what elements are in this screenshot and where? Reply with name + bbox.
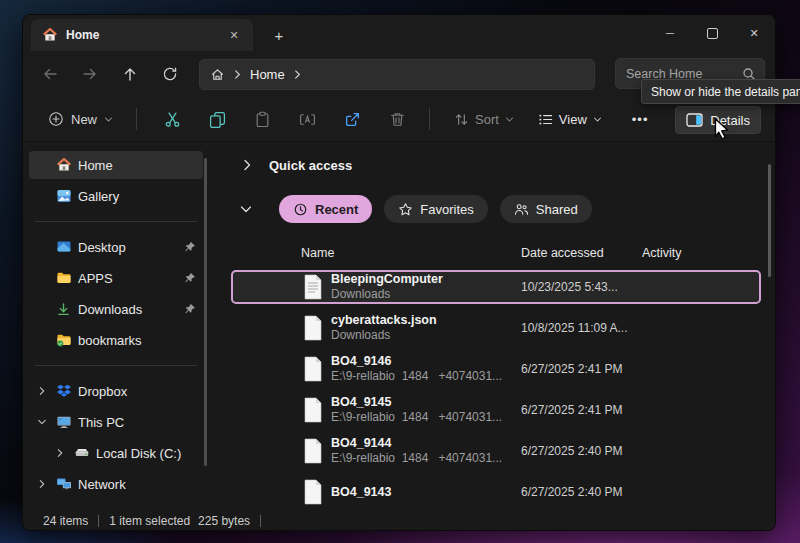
- chevron-right-icon[interactable]: [35, 386, 49, 396]
- table-row-cyberattacks-json[interactable]: cyberattacks.json Downloads 10/8/2025 11…: [231, 311, 761, 345]
- table-row-bo4-9144[interactable]: BO4_9144 E:\9-rellabio 1484 +4074031... …: [231, 434, 761, 468]
- paste-button[interactable]: [244, 103, 280, 135]
- file-name: BO4_9144: [331, 436, 502, 451]
- table-row-bo4-9145[interactable]: BO4_9145 E:\9-rellabio 1484 +4074031... …: [231, 393, 761, 427]
- chevron-right-icon[interactable]: [53, 448, 67, 458]
- breadcrumb-chevron-icon: [232, 69, 243, 80]
- filter-pill-label: Favorites: [420, 202, 473, 217]
- close-button[interactable]: ✕: [733, 15, 775, 51]
- breadcrumb-chevron-icon[interactable]: [292, 69, 303, 80]
- view-button[interactable]: View: [530, 106, 610, 133]
- back-button[interactable]: [33, 58, 67, 90]
- copy-button[interactable]: [199, 103, 235, 135]
- window-controls: ─ ✕: [649, 15, 775, 51]
- gallery-icon: [55, 188, 72, 205]
- folder-icon: [55, 270, 72, 287]
- cut-button[interactable]: [154, 103, 190, 135]
- sidebar-item-label: APPS: [78, 271, 177, 286]
- sidebar-item-downloads[interactable]: Downloads: [29, 295, 203, 323]
- file-rows: BleepingComputer Downloads 10/23/2025 5:…: [231, 270, 775, 509]
- tab-home[interactable]: Home ✕: [31, 19, 253, 51]
- chevron-right-icon[interactable]: [241, 159, 253, 171]
- minimize-button[interactable]: ─: [649, 15, 691, 51]
- downloads-icon: [55, 301, 72, 318]
- document-icon: [303, 315, 323, 341]
- maximize-icon: [707, 28, 718, 39]
- sidebar-item-dropbox[interactable]: Dropbox: [29, 377, 203, 405]
- file-list-scrollbar[interactable]: [768, 164, 771, 277]
- pin-icon: [183, 272, 197, 284]
- filter-pill-label: Shared: [536, 202, 578, 217]
- sidebar-item-home[interactable]: Home: [29, 151, 203, 179]
- chevron-down-icon: [593, 115, 602, 124]
- sidebar-item-desktop[interactable]: Desktop: [29, 233, 203, 261]
- sidebar-item-gallery[interactable]: Gallery: [29, 182, 203, 210]
- home-tab-icon: [41, 27, 58, 44]
- filter-pill-favorites[interactable]: Favorites: [384, 195, 487, 223]
- filter-pills-row: Recent Favorites Shared: [231, 194, 775, 224]
- sidebar-item-apps[interactable]: APPS: [29, 264, 203, 292]
- file-name: BO4_9146: [331, 354, 502, 369]
- sidebar-separator: [35, 221, 197, 222]
- home-icon: [55, 157, 72, 174]
- file-date-accessed: 6/27/2025 2:41 PM: [521, 403, 622, 417]
- toolbar-divider: [136, 108, 137, 130]
- breadcrumb-home-icon[interactable]: [210, 67, 225, 82]
- sidebar-item-label: Desktop: [78, 240, 177, 255]
- sidebar-item-bookmarks[interactable]: bookmarks: [29, 326, 203, 354]
- disk-drive-icon: [73, 445, 90, 462]
- breadcrumb[interactable]: Home: [199, 59, 595, 90]
- breadcrumb-segment-home[interactable]: Home: [250, 67, 285, 82]
- sort-arrows-icon: [454, 112, 469, 127]
- document-icon: [303, 438, 323, 464]
- filter-pill-shared[interactable]: Shared: [500, 195, 592, 223]
- table-row-bleepingcomputer[interactable]: BleepingComputer Downloads 10/23/2025 5:…: [231, 270, 761, 304]
- column-header-name[interactable]: Name: [301, 246, 521, 260]
- folder-check-icon: [55, 332, 72, 349]
- sidebar-item-local-disk-c[interactable]: Local Disk (C:): [47, 439, 203, 467]
- sidebar-item-label: This PC: [78, 415, 197, 430]
- clock-icon: [293, 202, 308, 217]
- chevron-down-icon[interactable]: [239, 203, 253, 215]
- forward-button[interactable]: [73, 58, 107, 90]
- sort-button-label: Sort: [475, 112, 499, 127]
- rename-button[interactable]: [289, 103, 325, 135]
- delete-button[interactable]: [379, 103, 415, 135]
- new-button[interactable]: New: [39, 106, 122, 132]
- details-tooltip: Show or hide the details pane.: [641, 79, 800, 104]
- see-more-button[interactable]: •••: [624, 106, 657, 133]
- sidebar-item-network[interactable]: Network: [29, 470, 203, 498]
- sidebar-scrollbar[interactable]: [204, 158, 207, 466]
- column-header-date-accessed[interactable]: Date accessed: [521, 246, 642, 260]
- mouse-cursor: [712, 118, 731, 140]
- tab-close-icon[interactable]: ✕: [225, 26, 243, 44]
- star-icon: [398, 202, 413, 217]
- table-row-bo4-9146[interactable]: BO4_9146 E:\9-rellabio 1484 +4074031... …: [231, 352, 761, 386]
- main-area: Home Gallery Desktop: [23, 142, 775, 511]
- share-button[interactable]: [334, 103, 370, 135]
- document-icon: [303, 479, 323, 505]
- quick-access-label: Quick access: [269, 158, 352, 173]
- chevron-down-icon[interactable]: [35, 417, 49, 427]
- new-tab-button[interactable]: +: [267, 23, 291, 47]
- file-name: cyberattacks.json: [331, 313, 437, 328]
- document-icon: [303, 356, 323, 382]
- file-date-accessed: 6/27/2025 2:40 PM: [521, 444, 622, 458]
- table-row-bo4-9143[interactable]: BO4_9143 6/27/2025 2:40 PM: [231, 475, 761, 509]
- maximize-button[interactable]: [691, 15, 733, 51]
- chevron-right-icon[interactable]: [35, 479, 49, 489]
- document-icon: [303, 397, 323, 423]
- filter-pill-recent[interactable]: Recent: [279, 195, 372, 223]
- file-list-pane: Quick access Recent Favorites: [213, 142, 775, 511]
- column-header-activity[interactable]: Activity: [642, 246, 682, 260]
- refresh-button[interactable]: [153, 58, 187, 90]
- sidebar-item-this-pc[interactable]: This PC: [29, 408, 203, 436]
- sidebar-item-label: Home: [78, 158, 197, 173]
- up-button[interactable]: [113, 58, 147, 90]
- quick-access-section[interactable]: Quick access: [241, 152, 775, 178]
- file-name: BO4_9145: [331, 395, 502, 410]
- sort-button[interactable]: Sort: [446, 106, 522, 133]
- details-pane-icon: [686, 113, 703, 127]
- sidebar-item-label: Downloads: [78, 302, 177, 317]
- desktop-icon: [55, 239, 72, 256]
